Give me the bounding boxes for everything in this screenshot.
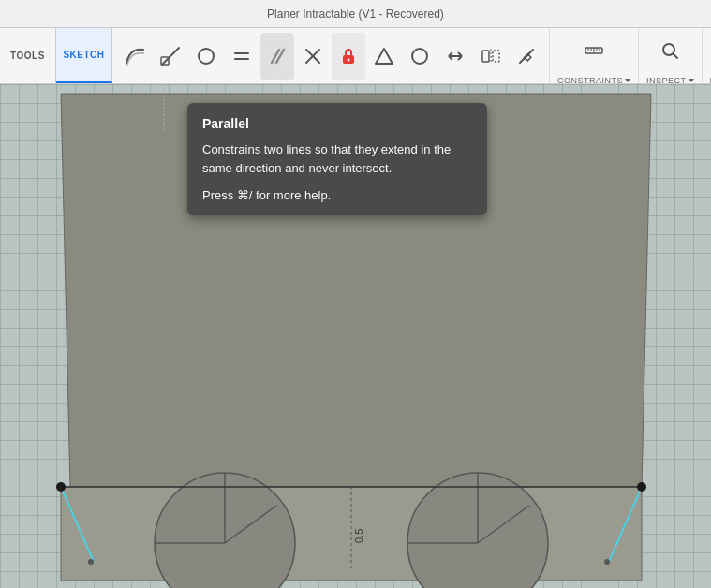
toolbar: TOOLS SKETCH bbox=[0, 28, 711, 84]
parallel-icon bbox=[267, 46, 288, 66]
equal-icon bbox=[231, 46, 252, 66]
straight-line-icon bbox=[160, 46, 181, 66]
equal-constraint-button[interactable] bbox=[225, 33, 259, 80]
svg-point-10 bbox=[348, 58, 350, 61]
constraints-ruler-button[interactable] bbox=[577, 27, 611, 74]
tooltip-description: Constrains two lines so that they extend… bbox=[202, 140, 472, 177]
lock-tool-button[interactable] bbox=[332, 33, 365, 80]
tooltip: Parallel Constrains two lines so that th… bbox=[187, 103, 487, 215]
triangle-tool-button[interactable] bbox=[367, 33, 401, 80]
svg-point-12 bbox=[412, 49, 427, 64]
triangle-icon bbox=[374, 46, 394, 66]
constraints-label[interactable]: CONSTRAINTS bbox=[557, 76, 630, 85]
straight-line-button[interactable] bbox=[154, 33, 187, 80]
svg-point-48 bbox=[56, 482, 66, 492]
constraints-chevron bbox=[625, 79, 630, 82]
x-constraint-button[interactable] bbox=[296, 33, 330, 80]
tooltip-shortcut: Press ⌘/ for more help. bbox=[202, 188, 472, 202]
angle-tool-button[interactable] bbox=[438, 33, 472, 80]
ruler-icon bbox=[584, 40, 604, 61]
inspect-icon bbox=[659, 40, 680, 61]
tools-tab-label: TOOLS bbox=[10, 51, 45, 61]
tab-tools[interactable]: TOOLS bbox=[0, 28, 56, 83]
inspect-chevron bbox=[689, 79, 694, 82]
circle-outline-button[interactable] bbox=[403, 33, 437, 80]
mirror-icon bbox=[481, 46, 501, 66]
dimension-text: 0.5 bbox=[353, 529, 364, 543]
perpendicular-icon bbox=[516, 46, 537, 66]
svg-point-49 bbox=[637, 482, 646, 492]
circle-tool-button[interactable] bbox=[189, 33, 223, 80]
inspect-icons bbox=[653, 27, 687, 74]
sketch-tab-label: SKETCH bbox=[63, 50, 104, 60]
canvas-area[interactable]: 0.5 Parallel Constrains two lines so tha… bbox=[0, 84, 711, 588]
circle-tool-icon bbox=[196, 46, 216, 66]
constraints-group[interactable]: CONSTRAINTS bbox=[549, 28, 638, 83]
svg-point-2 bbox=[199, 49, 214, 64]
insert-group[interactable]: INSERT bbox=[702, 28, 711, 83]
parallel-tool-button[interactable] bbox=[260, 33, 294, 80]
x-constraint-icon bbox=[303, 46, 323, 66]
svg-point-51 bbox=[604, 559, 610, 565]
line-tool-icon bbox=[125, 46, 145, 66]
inspect-group[interactable]: INSPECT bbox=[638, 28, 702, 83]
inspect-button[interactable] bbox=[653, 27, 687, 74]
circle-outline-icon bbox=[409, 46, 430, 66]
top-bar: Planer Intractable (V1 - Recovered) bbox=[0, 0, 711, 28]
tab-sketch[interactable]: SKETCH bbox=[56, 28, 112, 83]
line-tool-button[interactable] bbox=[118, 33, 152, 80]
svg-rect-23 bbox=[525, 53, 531, 60]
svg-marker-11 bbox=[376, 49, 393, 64]
sketch-tools bbox=[112, 28, 549, 83]
svg-rect-19 bbox=[493, 51, 499, 62]
svg-point-50 bbox=[88, 559, 94, 565]
angle-icon bbox=[445, 46, 466, 66]
constraints-icons bbox=[577, 27, 611, 74]
mirror-tool-button[interactable] bbox=[474, 33, 508, 80]
svg-line-31 bbox=[674, 53, 678, 58]
perpendicular-button[interactable] bbox=[510, 33, 543, 80]
svg-line-0 bbox=[162, 48, 179, 65]
document-title: Planer Intractable (V1 - Recovered) bbox=[267, 7, 444, 21]
lock-icon bbox=[338, 46, 359, 66]
tooltip-title: Parallel bbox=[202, 116, 472, 131]
inspect-label[interactable]: INSPECT bbox=[646, 76, 694, 85]
svg-rect-18 bbox=[482, 51, 489, 62]
